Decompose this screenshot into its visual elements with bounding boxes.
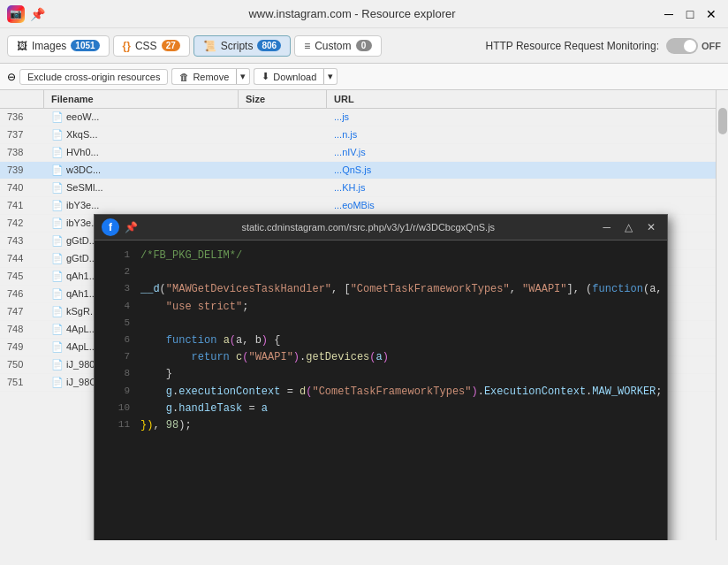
toggle-switch[interactable]: OFF (666, 38, 721, 54)
tab-css[interactable]: {} CSS 27 (113, 35, 190, 57)
action-bar: ⊖ Exclude cross-origin resources 🗑 Remov… (0, 64, 728, 90)
app-icon: 📷 (7, 5, 25, 23)
row-size (239, 144, 327, 161)
row-filename: 📄eeoW... (44, 109, 239, 126)
main-content: Filename Size URL 736 📄eeoW... ...js 737… (0, 90, 728, 540)
scripts-icon: 📜 (203, 40, 216, 52)
download-label: Download (273, 72, 316, 82)
title-bar-left: 📷 📌 (7, 5, 45, 23)
tab-scripts[interactable]: 📜 Scripts 806 (193, 35, 291, 57)
remove-button[interactable]: 🗑 Remove (171, 68, 236, 85)
download-button[interactable]: ⬇ Download (254, 68, 323, 85)
table-row[interactable]: 741 📄ibY3e... ...eoMBis (0, 197, 728, 215)
code-line-11: 11 }), 98); (95, 417, 667, 434)
monitoring-label: HTTP Resource Request Monitoring: (485, 40, 659, 52)
window-title: www.instagram.com - Resource explorer (45, 7, 659, 20)
col-size: Size (239, 90, 327, 108)
toggle-label: OFF (701, 41, 721, 51)
trash-icon: 🗑 (179, 72, 189, 82)
row-filename: 📄w3DC... (44, 162, 239, 179)
code-scroll[interactable]: 1 /*FB_PKG_DELIM*/ 2 3 __d("MAWGetDevice… (95, 241, 667, 540)
remove-label: Remove (193, 72, 229, 82)
facebook-icon: f (102, 218, 119, 236)
code-line-4: 4 "use strict"; (95, 299, 667, 316)
scrollbar-right[interactable] (716, 90, 728, 540)
popup-title: static.cdninstagram.com/rsrc.php/v3/y1/r… (143, 222, 593, 233)
popup-close-button[interactable]: ✕ (642, 219, 660, 235)
code-line-5: 5 (95, 316, 667, 332)
code-content: 1 /*FB_PKG_DELIM*/ 2 3 __d("MAWGetDevice… (95, 241, 667, 441)
maximize-button[interactable]: □ (680, 4, 700, 24)
row-num: 749 (0, 339, 44, 355)
scripts-label: Scripts (221, 40, 254, 52)
close-button[interactable]: ✕ (701, 4, 721, 24)
row-num: 738 (0, 144, 44, 161)
row-num: 742 (0, 215, 44, 232)
popup-minimize-button[interactable]: ─ (598, 219, 615, 235)
table-row[interactable]: 738 📄HVh0... ...nIV.js (0, 144, 728, 162)
col-filename: Filename (44, 90, 239, 108)
row-url: ...QnS.js (327, 162, 728, 179)
row-num: 740 (0, 179, 44, 196)
tab-images[interactable]: 🖼 Images 1051 (7, 35, 110, 57)
css-icon: {} (123, 40, 131, 52)
tab-custom[interactable]: ≡ Custom 0 (294, 35, 381, 57)
row-size (239, 179, 327, 196)
pin-icon: 📌 (125, 221, 138, 233)
exclude-button[interactable]: Exclude cross-origin resources (19, 69, 168, 85)
images-icon: 🖼 (17, 40, 27, 52)
tools-icon: 📌 (30, 7, 45, 21)
code-line-6: 6 function a(a, b) { (95, 332, 667, 349)
download-dropdown-button[interactable]: ▾ (323, 68, 337, 85)
scrollbar-thumb-right (718, 108, 727, 134)
code-line-8: 8 } (95, 366, 667, 383)
code-body[interactable]: 1 /*FB_PKG_DELIM*/ 2 3 __d("MAWGetDevice… (95, 241, 667, 540)
row-num: 748 (0, 321, 44, 338)
row-num: 739 (0, 162, 44, 179)
row-num: 744 (0, 250, 44, 267)
remove-dropdown-button[interactable]: ▾ (236, 68, 250, 85)
remove-split-button: 🗑 Remove ▾ (171, 68, 250, 85)
table-row-selected[interactable]: 739 📄w3DC... ...QnS.js (0, 162, 728, 179)
css-label: CSS (135, 40, 157, 52)
row-filename: 📄ibY3e... (44, 197, 239, 214)
row-url: ...n.js (327, 126, 728, 143)
table-row[interactable]: 740 📄SeSMl... ...KH.js (0, 179, 728, 197)
popup-restore-button[interactable]: △ (620, 219, 637, 235)
col-url: URL (327, 90, 728, 108)
row-num: 747 (0, 303, 44, 320)
toggle-track[interactable] (666, 38, 698, 54)
table-header: Filename Size URL (0, 90, 728, 109)
row-num: 741 (0, 197, 44, 214)
code-line-3: 3 __d("MAWGetDevicesTaskHandler", ["Come… (95, 281, 667, 298)
code-popup: f 📌 static.cdninstagram.com/rsrc.php/v3/… (94, 214, 668, 540)
images-badge: 1051 (71, 40, 99, 51)
row-num: 746 (0, 286, 44, 302)
toggle-knob (684, 40, 696, 52)
custom-icon: ≡ (304, 40, 310, 52)
css-badge: 27 (162, 40, 180, 51)
code-line-2: 2 (95, 264, 667, 281)
popup-titlebar: f 📌 static.cdninstagram.com/rsrc.php/v3/… (95, 215, 667, 241)
row-num: 743 (0, 233, 44, 249)
row-url: ...js (327, 109, 728, 126)
toolbar: 🖼 Images 1051 {} CSS 27 📜 Scripts 806 ≡ … (0, 28, 728, 64)
table-row[interactable]: 737 📄XkqS... ...n.js (0, 126, 728, 144)
row-num: 737 (0, 126, 44, 143)
row-size (239, 109, 327, 126)
code-line-9: 9 g.executionContext = d("CometTaskFrame… (95, 384, 667, 401)
title-bar-controls: ─ □ ✕ (659, 4, 721, 24)
row-num: 751 (0, 374, 44, 391)
code-line-1: 1 /*FB_PKG_DELIM*/ (95, 248, 667, 264)
row-filename: 📄SeSMl... (44, 179, 239, 196)
row-size (239, 197, 327, 214)
row-num: 750 (0, 356, 44, 373)
code-line-7: 7 return c("WAAPI").getDevices(a) (95, 349, 667, 366)
row-num: 736 (0, 109, 44, 126)
minimize-button[interactable]: ─ (659, 4, 679, 24)
exclude-icon: ⊖ (7, 71, 16, 83)
row-url: ...KH.js (327, 179, 728, 196)
table-row[interactable]: 736 📄eeoW... ...js (0, 109, 728, 126)
row-num: 745 (0, 268, 44, 285)
download-icon: ⬇ (262, 71, 269, 82)
